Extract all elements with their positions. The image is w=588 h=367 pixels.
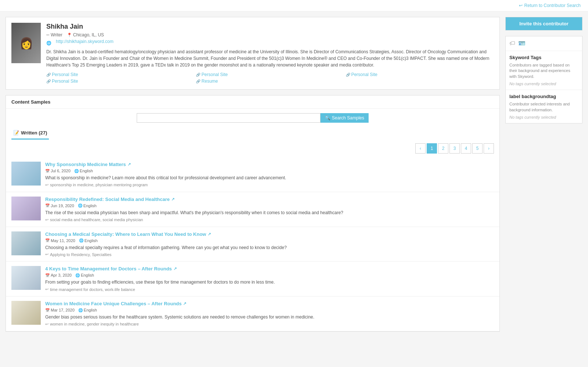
tag-icon[interactable]: 🏷 [509,40,515,47]
invite-button[interactable]: Invite this contributor [506,17,582,30]
profile-link-2[interactable]: 🔗 Personal Site [196,72,344,77]
article-date-4: 📅 Apr 3, 2020 [45,273,72,277]
profile-location: Chicago, IL, US [73,32,104,37]
article-lang-5: 🌐 English [78,308,97,312]
pagination-prev[interactable]: ‹ [415,143,426,154]
pagination-page-1[interactable]: 1 [427,143,437,154]
article-tags-text-3: Applying to Residency, Specialties [50,252,111,257]
article-desc-2: The rise of the social media physician h… [45,210,494,216]
link-label-2: Personal Site [201,72,227,77]
article-tags-3: ↩ Applying to Residency, Specialties [45,252,494,257]
article-title-4[interactable]: 4 Keys to Time Management for Doctors – … [45,266,494,271]
profile-website-link[interactable]: http://shikhajain.skyword.com [56,39,114,44]
profile-link-4[interactable]: 🔗 Personal Site [46,79,194,84]
calendar-icon-2: 📅 [45,204,50,208]
article-title-text-2: Responsibility Redefined: Social Media a… [45,197,170,202]
article-tags-text-5: women in medicine, gender inequity in he… [50,322,139,326]
external-link-icon-4: ↗ [173,266,177,271]
article-title-3[interactable]: Choosing a Medical Specialty: Where to L… [45,231,494,237]
pagination-next[interactable]: › [484,143,494,154]
article-lang-text-3: English [85,238,98,243]
article-date-text-5: Mar 17, 2020 [51,308,75,312]
article-desc-1: What is sponsorship in medicine? Learn m… [45,175,494,181]
article-title-5[interactable]: Women in Medicine Face Unique Challenges… [45,301,494,306]
profile-role-item: ✏ Writer [46,32,62,37]
article-desc-4: From setting your goals to finding effic… [45,279,494,285]
article-meta-1: 📅 Jul 6, 2020 🌐 English [45,169,494,173]
return-to-search-link[interactable]: ↩ Return to Contributor Search [519,3,581,8]
article-date-text-3: May 11, 2020 [51,238,75,243]
profile-link-1[interactable]: 🔗 Personal Site [46,72,194,77]
article-content-2: Responsibility Redefined: Social Media a… [45,197,494,222]
search-input[interactable] [137,113,320,123]
search-bar: 🔍 Search Samples [6,109,499,127]
profile-link-resume[interactable]: 🔗 Resume [196,79,344,84]
link-icon-resume: 🔗 [196,79,200,83]
lang-icon-3: 🌐 [79,238,83,242]
profile-meta: ✏ Writer 📍 Chicago, IL, US [46,32,494,37]
article-thumbnail-5 [11,301,41,325]
article-thumb-img-3 [11,231,41,255]
tab-written[interactable]: 📝 Written (27) [11,127,49,140]
link-label-resume: Resume [201,79,218,84]
lang-icon-2: 🌐 [78,204,82,208]
main-layout: 👩 Shikha Jain ✏ Writer 📍 Chicago, IL, US… [0,11,588,337]
article-lang-text-2: English [83,204,97,208]
profile-link-3[interactable]: 🔗 Personal Site [346,72,494,77]
profile-info: Shikha Jain ✏ Writer 📍 Chicago, IL, US 🌐… [46,23,494,84]
return-icon: ↩ [519,3,523,8]
content-samples-title: Content Samples [11,99,50,105]
article-content-3: Choosing a Medical Specialty: Where to L… [45,231,494,257]
tag-icon-3: ↩ [45,252,49,257]
article-title-text-4: 4 Keys to Time Management for Doctors – … [45,266,172,271]
sidebar-icons-row: 🏷 🪪 [506,36,582,51]
return-link-label: Return to Contributor Search [524,3,581,8]
article-thumbnail-1 [11,162,41,186]
link-icon-3: 🔗 [346,73,350,77]
article-thumbnail-4 [11,266,41,290]
link-icon-4: 🔗 [46,79,51,83]
search-icon: 🔍 [325,115,330,120]
article-title-1[interactable]: Why Sponsorship Medicine Matters ↗ [45,162,494,167]
article-date-2: 📅 Jun 19, 2020 [45,204,74,208]
profile-links: 🔗 Personal Site 🔗 Personal Site 🔗 Person… [46,72,494,84]
article-tags-4: ↩ time management for doctors, work-life… [45,287,494,292]
pagination: ‹ 1 2 3 4 5 › [6,140,499,157]
external-link-icon-2: ↗ [171,197,175,202]
link-label-4: Personal Site [52,79,78,84]
article-lang-3: 🌐 English [79,238,98,243]
article-tags-text-1: sponsorship in medicine, physician mento… [50,183,148,187]
background-tag-desc: Contributor selected interests and backg… [509,101,578,113]
article-list: Why Sponsorship Medicine Matters ↗ 📅 Jul… [6,157,499,331]
external-link-icon-1: ↗ [128,162,131,167]
article-title-text-5: Women in Medicine Face Unique Challenges… [45,301,182,306]
search-button[interactable]: 🔍 Search Samples [320,113,369,123]
user-card-icon[interactable]: 🪪 [518,40,526,47]
article-meta-5: 📅 Mar 17, 2020 🌐 English [45,308,494,312]
article-content-1: Why Sponsorship Medicine Matters ↗ 📅 Jul… [45,162,494,187]
pagination-page-3[interactable]: 3 [449,143,460,154]
article-lang-1: 🌐 English [74,169,93,173]
pagination-page-4[interactable]: 4 [461,143,471,154]
skyword-tags-desc: Contributors are tagged based on their b… [509,62,578,79]
pagination-page-5[interactable]: 5 [472,143,483,154]
background-tag-section: label backgroundtag Contributor selected… [506,90,582,123]
tab-written-icon: 📝 [13,130,19,136]
role-icon: ✏ [46,33,50,37]
article-desc-3: Choosing a medical specialty requires a … [45,245,494,251]
pagination-page-2[interactable]: 2 [438,143,448,154]
article-thumbnail-3 [11,231,41,255]
search-button-label: Search Samples [332,115,364,120]
sidebar: Invite this contributor 🏷 🪪 Skyword Tags… [505,17,582,332]
article-item-3: Choosing a Medical Specialty: Where to L… [6,227,499,262]
skyword-tags-title: Skyword Tags [509,55,578,60]
profile-location-item: 📍 Chicago, IL, US [67,32,104,37]
tabs-bar: 📝 Written (27) [6,127,499,140]
article-title-2[interactable]: Responsibility Redefined: Social Media a… [45,197,494,202]
tab-written-label: Written (27) [21,130,47,136]
content-area: 👩 Shikha Jain ✏ Writer 📍 Chicago, IL, US… [6,17,500,332]
external-link-icon-5: ↗ [183,301,186,306]
article-date-text-2: Jun 19, 2020 [51,204,74,208]
lang-icon-5: 🌐 [78,308,83,312]
calendar-icon-1: 📅 [45,169,50,173]
